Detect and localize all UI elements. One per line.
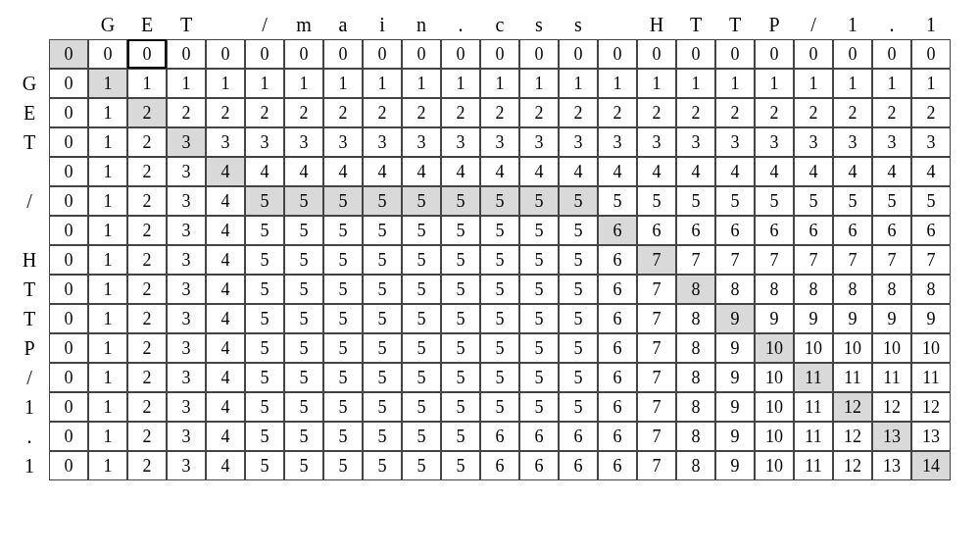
matrix-cell: 5 [245, 245, 284, 275]
row-header: G [10, 69, 49, 98]
matrix-cell: 3 [911, 127, 951, 157]
matrix-cell: 1 [88, 245, 127, 275]
matrix-cell: 0 [402, 39, 441, 69]
matrix-cell: 9 [715, 451, 755, 480]
matrix-cell: 5 [637, 186, 676, 216]
matrix-cell: 3 [794, 127, 833, 157]
matrix-cell: 7 [794, 245, 833, 275]
matrix-cell: 5 [363, 186, 402, 216]
matrix-cell: 6 [598, 422, 637, 451]
matrix-cell: 7 [637, 304, 676, 333]
matrix-cell: 9 [715, 333, 755, 363]
matrix-cell: 5 [284, 422, 323, 451]
matrix-cell: 5 [284, 333, 323, 363]
matrix-cell: 4 [206, 304, 245, 333]
matrix-cell: 4 [715, 157, 755, 186]
matrix-cell: 4 [206, 245, 245, 275]
matrix-cell: 3 [559, 127, 598, 157]
matrix-cell: 12 [833, 392, 872, 422]
matrix-cell: 1 [127, 69, 167, 98]
matrix-cell: 5 [519, 245, 559, 275]
matrix-cell: 5 [872, 186, 911, 216]
matrix-cell: 1 [323, 69, 363, 98]
matrix-cell: 10 [911, 333, 951, 363]
matrix-cell: 5 [284, 304, 323, 333]
matrix-cell: 6 [833, 216, 872, 245]
matrix-cell: 11 [794, 363, 833, 392]
matrix-cell: 2 [167, 98, 206, 127]
matrix-cell: 5 [363, 333, 402, 363]
matrix-cell: 9 [911, 304, 951, 333]
matrix-cell: 5 [402, 275, 441, 304]
matrix-cell: 5 [480, 363, 519, 392]
matrix-cell: 5 [323, 245, 363, 275]
matrix-cell: 9 [715, 363, 755, 392]
matrix-cell: 5 [363, 275, 402, 304]
matrix-cell: 7 [872, 245, 911, 275]
matrix-cell: 5 [245, 392, 284, 422]
matrix-cell: 1 [480, 69, 519, 98]
row-header: 1 [10, 392, 49, 422]
matrix-cell: 5 [363, 245, 402, 275]
matrix-cell: 0 [49, 127, 88, 157]
matrix-cell: 5 [323, 216, 363, 245]
matrix-cell: 1 [245, 69, 284, 98]
matrix-cell: 5 [559, 216, 598, 245]
row-header: H [10, 245, 49, 275]
matrix-cell: 5 [519, 186, 559, 216]
row-header: / [10, 363, 49, 392]
matrix-cell: 2 [480, 98, 519, 127]
matrix-cell: 2 [872, 98, 911, 127]
matrix-cell: 7 [637, 275, 676, 304]
matrix-cell: 3 [755, 127, 794, 157]
matrix-cell: 5 [911, 186, 951, 216]
col-header: H [637, 10, 676, 39]
matrix-cell: 0 [519, 39, 559, 69]
matrix-cell: 5 [284, 216, 323, 245]
col-header [206, 10, 245, 39]
matrix-cell: 2 [127, 422, 167, 451]
matrix-cell: 4 [206, 363, 245, 392]
matrix-cell: 3 [167, 186, 206, 216]
matrix-cell: 0 [127, 39, 167, 69]
matrix-cell: 11 [872, 363, 911, 392]
matrix-cell: 5 [323, 275, 363, 304]
matrix-cell: 3 [872, 127, 911, 157]
matrix-cell: 0 [49, 422, 88, 451]
matrix-cell: 4 [206, 333, 245, 363]
matrix-cell: 2 [363, 98, 402, 127]
matrix-cell: 5 [480, 392, 519, 422]
lcs-matrix: GET/main.cssHTTP/1.100000000000000000000… [10, 10, 970, 480]
matrix-cell: 3 [167, 451, 206, 480]
matrix-cell: 0 [49, 363, 88, 392]
matrix-cell: 8 [911, 275, 951, 304]
matrix-cell: 3 [598, 127, 637, 157]
col-header: s [559, 10, 598, 39]
matrix-cell: 13 [872, 451, 911, 480]
matrix-cell: 1 [88, 216, 127, 245]
col-header: n [402, 10, 441, 39]
matrix-cell: 1 [676, 69, 715, 98]
matrix-cell: 5 [519, 363, 559, 392]
matrix-cell: 3 [833, 127, 872, 157]
matrix-cell: 6 [480, 422, 519, 451]
col-header: m [284, 10, 323, 39]
matrix-cell: 5 [245, 363, 284, 392]
matrix-cell: 9 [833, 304, 872, 333]
matrix-cell: 14 [911, 451, 951, 480]
matrix-cell: 3 [676, 127, 715, 157]
matrix-cell: 2 [284, 98, 323, 127]
matrix-cell: 5 [833, 186, 872, 216]
col-header: i [363, 10, 402, 39]
matrix-cell: 10 [872, 333, 911, 363]
matrix-cell: 0 [49, 157, 88, 186]
matrix-cell: 7 [637, 333, 676, 363]
matrix-cell: 0 [284, 39, 323, 69]
matrix-cell: 1 [598, 69, 637, 98]
matrix-cell: 2 [127, 392, 167, 422]
col-header: G [88, 10, 127, 39]
row-header: T [10, 275, 49, 304]
matrix-cell: 7 [637, 392, 676, 422]
matrix-cell: 0 [49, 333, 88, 363]
matrix-cell: 9 [715, 422, 755, 451]
